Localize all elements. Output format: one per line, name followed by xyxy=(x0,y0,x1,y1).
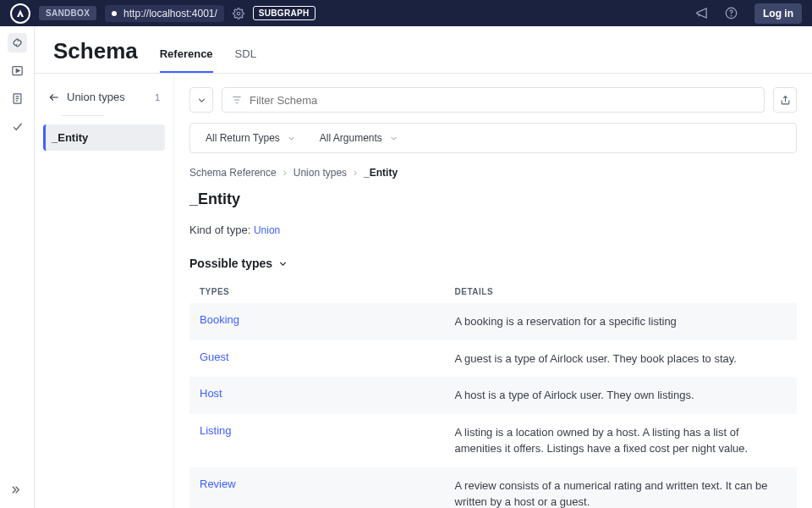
kind-link[interactable]: Union xyxy=(254,224,280,236)
announcement-icon[interactable] xyxy=(695,7,708,19)
possible-types-table: TYPES DETAILS BookingA booking is a rese… xyxy=(189,280,797,508)
document-icon[interactable] xyxy=(11,92,24,105)
sidebar-item-entity[interactable]: _Entity xyxy=(43,124,165,151)
breadcrumb-current: _Entity xyxy=(364,167,398,179)
page-title: Schema xyxy=(53,38,138,73)
expand-rail-icon[interactable] xyxy=(11,483,24,508)
entity-title: _Entity xyxy=(189,190,797,208)
chevron-down-icon xyxy=(277,258,288,269)
help-icon[interactable] xyxy=(725,7,738,19)
expand-all-button[interactable] xyxy=(189,87,213,113)
divider xyxy=(62,115,104,116)
return-types-dropdown[interactable]: All Return Types xyxy=(206,132,296,144)
type-details: A booking is a reservation for a specifi… xyxy=(445,303,797,340)
explorer-icon[interactable] xyxy=(8,33,27,52)
breadcrumb-root[interactable]: Schema Reference xyxy=(189,167,277,179)
secondary-filter-row: All Return Types All Arguments xyxy=(189,123,797,153)
main-panel: All Return Types All Arguments Schema Re… xyxy=(174,74,812,508)
page-header: Schema Reference SDL xyxy=(35,26,812,74)
filter-input-wrap[interactable] xyxy=(222,87,765,113)
col-details: DETAILS xyxy=(445,280,797,303)
svg-marker-4 xyxy=(16,69,19,73)
arrow-left-icon xyxy=(48,91,60,103)
chevron-down-icon xyxy=(287,134,296,143)
breadcrumb: Schema Reference › Union types › _Entity xyxy=(189,167,797,179)
arguments-dropdown[interactable]: All Arguments xyxy=(320,132,398,144)
sidebar-count: 1 xyxy=(155,92,160,102)
play-icon[interactable] xyxy=(11,64,24,77)
login-button[interactable]: Log in xyxy=(754,3,802,24)
type-details: A listing is a location owned by a host.… xyxy=(445,414,797,467)
type-link[interactable]: Booking xyxy=(200,313,239,326)
filter-icon xyxy=(231,94,243,106)
breadcrumb-sep: › xyxy=(354,167,357,179)
type-details: A review consists of a numerical rating … xyxy=(445,467,797,509)
chevron-down-icon xyxy=(196,95,207,106)
svg-point-0 xyxy=(237,12,240,15)
sidebar-back[interactable]: Union types 1 xyxy=(43,87,165,107)
gear-icon[interactable] xyxy=(233,8,244,19)
tabs: Reference SDL xyxy=(160,47,256,73)
type-link[interactable]: Listing xyxy=(200,424,232,437)
breadcrumb-sep: › xyxy=(283,167,287,179)
subgraph-badge: SUBGRAPH xyxy=(253,6,315,20)
endpoint-url-box[interactable]: http://localhost:4001/ xyxy=(105,5,224,22)
apollo-logo[interactable] xyxy=(10,3,30,24)
possible-types-header[interactable]: Possible types xyxy=(189,257,797,270)
type-link[interactable]: Review xyxy=(200,478,236,490)
endpoint-status-dot xyxy=(112,11,117,16)
svg-point-2 xyxy=(731,15,732,16)
sidebar-back-label: Union types xyxy=(67,91,125,103)
tab-reference[interactable]: Reference xyxy=(160,47,213,73)
type-details: A guest is a type of Airlock user. They … xyxy=(445,340,797,378)
type-link[interactable]: Host xyxy=(200,387,222,400)
filter-schema-input[interactable] xyxy=(250,88,755,112)
check-icon[interactable] xyxy=(11,120,24,133)
export-button[interactable] xyxy=(773,87,797,113)
type-link[interactable]: Guest xyxy=(200,351,229,363)
sandbox-badge: SANDBOX xyxy=(39,6,96,20)
table-row: ReviewA review consists of a numerical r… xyxy=(189,467,797,509)
kind-of-type: Kind of type: Union xyxy=(189,224,797,236)
sidebar: Union types 1 _Entity xyxy=(35,74,174,508)
type-details: A host is a type of Airlock user. They o… xyxy=(445,377,797,414)
chevron-down-icon xyxy=(389,134,398,143)
table-row: HostA host is a type of Airlock user. Th… xyxy=(189,377,797,414)
table-row: GuestA guest is a type of Airlock user. … xyxy=(189,340,797,378)
breadcrumb-union-types[interactable]: Union types xyxy=(294,167,347,179)
endpoint-url: http://localhost:4001/ xyxy=(123,8,217,19)
col-types: TYPES xyxy=(189,280,445,303)
left-rail xyxy=(0,26,35,508)
share-icon xyxy=(780,95,791,106)
topbar: SANDBOX http://localhost:4001/ SUBGRAPH … xyxy=(0,0,812,26)
tab-sdl[interactable]: SDL xyxy=(235,47,256,73)
table-row: ListingA listing is a location owned by … xyxy=(189,414,797,467)
table-row: BookingA booking is a reservation for a … xyxy=(189,303,797,340)
